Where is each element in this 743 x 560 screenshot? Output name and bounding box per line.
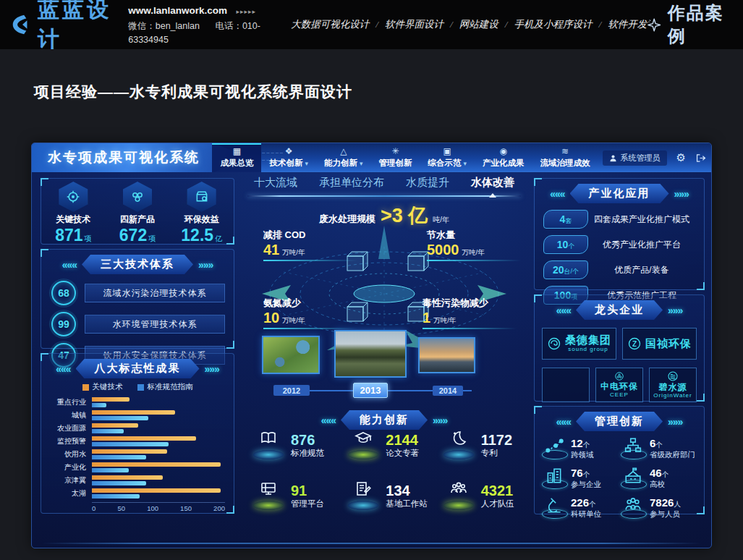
g-circle-icon [627, 336, 642, 351]
industrial-panel: ««« 产业化应用 »»» 4套 四套成果产业化推广模式 10个 优秀产业化推广… [534, 178, 705, 290]
left-arrows-decoration: ««« [556, 305, 571, 316]
photo-2014-sunset[interactable] [418, 337, 475, 373]
industrial-row: 20台/个 优质产品/装备 [543, 260, 695, 279]
portfolio-button[interactable]: 作品案例 [647, 1, 724, 48]
building-icon [542, 467, 566, 490]
right-arrows-decoration: »»» [668, 416, 682, 428]
count-badge: 10个 [543, 235, 588, 254]
left-arrows-decoration: ««« [556, 416, 571, 428]
center-tabs: 十大流域 承担单位分布 水质提升 水体改善 [240, 175, 528, 192]
chart-bar [92, 403, 106, 407]
eco-benefit-icon [187, 182, 216, 212]
management-title: 管理创新 [576, 412, 663, 431]
chart-category-label: 城镇 [47, 410, 86, 420]
chart-bar [92, 423, 138, 428]
enterprise-logo-guozhen[interactable]: 国祯环保 [622, 328, 697, 360]
timeline-year-2013[interactable]: 2013 [353, 383, 388, 398]
tab-ten-basins[interactable]: 十大流域 [254, 176, 297, 192]
chart-bar [92, 397, 130, 402]
key-tech-icon [59, 182, 88, 212]
chart-category-label: 太湖 [47, 488, 86, 499]
enterprise-logo-ceep[interactable]: 中电环保 CEEP [595, 368, 643, 402]
right-arrows-decoration: »»» [674, 188, 689, 200]
tech-systems-title: 三大技术体系 [82, 255, 193, 274]
dash-nav-demo[interactable]: ▣ 综合示范▾ [420, 143, 475, 172]
enterprise-logo-sound-group[interactable]: 桑德集团sound group [542, 328, 616, 360]
kpi-key-tech: 关键技术 871项 [41, 179, 106, 244]
left-arrows-decoration: ««« [56, 363, 70, 375]
tab-water-improvement[interactable]: 水体改善 [471, 176, 514, 192]
kpi-new-products: 四新产品 672项 [106, 179, 170, 244]
chart-bar [92, 481, 146, 485]
metric-toxic-reduction: 毒性污染物减少 1万吨/年 [423, 297, 517, 329]
dash-nav-tech-innovation[interactable]: ❖ 技术创新▾ [261, 143, 316, 172]
dash-nav-basin-governance[interactable]: ≋ 流域治理成效 [532, 143, 598, 172]
microscope-icon [542, 496, 566, 519]
enterprise-logo-empty[interactable] [542, 368, 590, 402]
top-nav-item-dev[interactable]: 软件开发 [608, 18, 647, 31]
right-arrows-decoration: »»» [205, 363, 219, 375]
page-title: 项目经验——水专利成果可视化系统界面设计 [34, 82, 352, 102]
document-icon [347, 480, 380, 511]
axis-tick-label: 200 [213, 504, 225, 512]
dash-nav-overview[interactable]: ▦ 成果总览 [212, 143, 261, 172]
chart-bar [92, 429, 124, 433]
top-nav-item-software-ui[interactable]: 软件界面设计 [385, 18, 443, 31]
tech-system-count: 99 [51, 312, 76, 336]
achievement-chart-rows: 重点行业城镇农业面源监控预警饮用水产业化京津冀太湖 [47, 396, 225, 500]
top-nav-item-mobile[interactable]: 手机及小程序设计 [514, 18, 593, 31]
new-product-icon [123, 182, 152, 212]
star-icon [647, 15, 661, 35]
waves-circle-icon [667, 370, 679, 382]
demo-icon: ▣ [443, 147, 451, 156]
capability-stat-patents: 1172专利 [433, 430, 528, 460]
timeline-year-2014[interactable]: 2014 [433, 386, 463, 396]
tech-system-label[interactable]: 流域水污染治理技术体系 [85, 284, 225, 302]
chart-category-label: 重点行业 [47, 397, 86, 407]
dash-nav-capability-innovation[interactable]: △ 能力创新▾ [316, 143, 371, 172]
top-nav-item-website[interactable]: 网站建设 [459, 18, 498, 31]
website-url[interactable]: www.lanlanwork.com [128, 5, 227, 16]
tab-unit-distribution[interactable]: 承担单位分布 [319, 176, 384, 192]
enterprises-panel: ««« 龙头企业 »»» 桑德集团sound group 国祯环保 [534, 294, 705, 402]
tab-water-quality[interactable]: 水质提升 [406, 176, 449, 192]
capability-title: 能力创新 [341, 410, 428, 430]
enterprises-title: 龙头企业 [576, 300, 663, 320]
chart-x-axis: 050100150200 [92, 502, 225, 512]
monitor-icon [252, 480, 285, 511]
tech-system-row: 99 水环境管理技术体系 [51, 312, 225, 336]
settings-gear-icon[interactable]: ⚙ [676, 151, 686, 164]
logout-icon[interactable] [696, 153, 706, 163]
chart-bar [92, 475, 163, 480]
top-nav-item-bigdata[interactable]: 大数据可视化设计 [291, 18, 369, 31]
user-badge[interactable]: 系统管理员 [603, 150, 667, 166]
dash-nav-industrial-results[interactable]: ◉ 产业化成果 [475, 143, 532, 172]
chart-category-row: 饮用水 [47, 448, 225, 461]
chart-category-label: 农业面源 [47, 423, 86, 433]
patent-icon [442, 430, 475, 460]
industrial-row: 4套 四套成果产业化推广模式 [543, 210, 695, 229]
photo-2013-lake[interactable] [334, 330, 407, 378]
capability-icon: △ [340, 147, 347, 156]
network-icon [542, 437, 566, 460]
axis-tick-label: 0 [92, 504, 95, 512]
contact-info: www.lanlanwork.com ▸▸▸▸▸ 微信：ben_lanlan 电… [128, 1, 260, 48]
chart-bar [92, 449, 167, 454]
left-arrows-decoration: ««« [550, 188, 564, 200]
dash-nav-management-innovation[interactable]: ✳ 管理创新 [371, 143, 420, 172]
tech-system-label[interactable]: 水环境管理技术体系 [85, 315, 225, 334]
enterprise-logo-originwater[interactable]: 碧水源 OriginWater [649, 368, 697, 402]
legend-item-standards: 标准规范指南 [137, 382, 193, 392]
axis-tick-label: 100 [147, 504, 158, 512]
metric-cod-reduction: 减排 COD 41万吨/年 [263, 229, 357, 261]
management-panel: ««« 管理创新 »»» 12个跨领域 [534, 406, 705, 514]
logo[interactable]: 蓝蓝设计 [10, 0, 112, 54]
chart-category-label: 产业化 [47, 462, 86, 472]
timeline-year-2012[interactable]: 2012 [273, 385, 310, 396]
metric-water-saving: 节水量 5000万吨/年 [427, 229, 521, 261]
tech-system-row: 68 流域水污染治理技术体系 [51, 281, 225, 305]
arrows-decoration: ▸▸▸▸▸ [237, 8, 257, 15]
photo-2012-wetland[interactable] [262, 336, 320, 374]
org-chart-icon [621, 437, 645, 460]
management-icon: ✳ [391, 147, 399, 156]
